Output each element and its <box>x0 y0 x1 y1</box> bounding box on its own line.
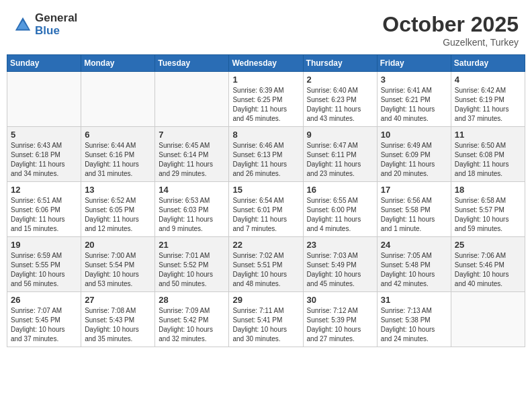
day-number: 20 <box>85 240 151 250</box>
weekday-header-row: SundayMondayTuesdayWednesdayThursdayFrid… <box>7 55 525 72</box>
weekday-header: Friday <box>377 55 451 72</box>
logo-blue-text: Blue <box>35 25 77 38</box>
day-number: 12 <box>11 185 77 195</box>
day-number: 31 <box>381 295 447 305</box>
day-number: 30 <box>307 295 373 305</box>
calendar-day: 16Sunrise: 6:55 AM Sunset: 6:00 PM Dayli… <box>303 182 377 237</box>
day-number: 29 <box>232 295 299 305</box>
calendar-day: 22Sunrise: 7:02 AM Sunset: 5:51 PM Dayli… <box>229 237 303 292</box>
day-info: Sunrise: 7:11 AM Sunset: 5:41 PM Dayligh… <box>232 306 299 344</box>
calendar-day: 30Sunrise: 7:12 AM Sunset: 5:39 PM Dayli… <box>303 292 377 347</box>
day-info: Sunrise: 7:12 AM Sunset: 5:39 PM Dayligh… <box>307 306 373 344</box>
location: Guzelkent, Turkey <box>382 37 519 48</box>
logo-icon <box>13 15 32 34</box>
logo: General Blue <box>13 12 77 37</box>
calendar-day: 31Sunrise: 7:13 AM Sunset: 5:38 PM Dayli… <box>377 292 451 347</box>
calendar-week-row: 12Sunrise: 6:51 AM Sunset: 6:06 PM Dayli… <box>7 182 525 237</box>
calendar-day: 4Sunrise: 6:42 AM Sunset: 6:19 PM Daylig… <box>451 72 525 127</box>
weekday-header: Monday <box>81 55 155 72</box>
day-info: Sunrise: 6:40 AM Sunset: 6:23 PM Dayligh… <box>307 86 373 124</box>
day-number: 18 <box>455 185 521 195</box>
calendar-week-row: 19Sunrise: 6:59 AM Sunset: 5:55 PM Dayli… <box>7 237 525 292</box>
day-info: Sunrise: 7:00 AM Sunset: 5:54 PM Dayligh… <box>85 251 151 289</box>
calendar-day: 27Sunrise: 7:08 AM Sunset: 5:43 PM Dayli… <box>81 292 155 347</box>
day-number: 25 <box>455 240 521 250</box>
day-info: Sunrise: 6:54 AM Sunset: 6:01 PM Dayligh… <box>232 196 299 234</box>
calendar-day: 24Sunrise: 7:05 AM Sunset: 5:48 PM Dayli… <box>377 237 451 292</box>
day-info: Sunrise: 6:52 AM Sunset: 6:05 PM Dayligh… <box>85 196 151 234</box>
day-number: 22 <box>232 240 299 250</box>
day-info: Sunrise: 6:39 AM Sunset: 6:25 PM Dayligh… <box>232 86 299 124</box>
weekday-header: Saturday <box>451 55 525 72</box>
calendar-day: 18Sunrise: 6:58 AM Sunset: 5:57 PM Dayli… <box>451 182 525 237</box>
day-number: 5 <box>11 130 77 140</box>
day-number: 16 <box>307 185 373 195</box>
calendar-day: 6Sunrise: 6:44 AM Sunset: 6:16 PM Daylig… <box>81 127 155 182</box>
calendar-day: 8Sunrise: 6:46 AM Sunset: 6:13 PM Daylig… <box>229 127 303 182</box>
day-info: Sunrise: 6:50 AM Sunset: 6:08 PM Dayligh… <box>455 141 521 179</box>
day-number: 23 <box>307 240 373 250</box>
day-number: 21 <box>159 240 225 250</box>
day-number: 6 <box>85 130 151 140</box>
day-info: Sunrise: 7:05 AM Sunset: 5:48 PM Dayligh… <box>381 251 447 289</box>
day-info: Sunrise: 6:59 AM Sunset: 5:55 PM Dayligh… <box>11 251 77 289</box>
logo-general-text: General <box>35 12 77 25</box>
day-info: Sunrise: 6:41 AM Sunset: 6:21 PM Dayligh… <box>381 86 447 124</box>
day-number: 7 <box>159 130 225 140</box>
day-info: Sunrise: 7:02 AM Sunset: 5:51 PM Dayligh… <box>232 251 299 289</box>
weekday-header: Tuesday <box>155 55 229 72</box>
calendar-day: 25Sunrise: 7:06 AM Sunset: 5:46 PM Dayli… <box>451 237 525 292</box>
day-number: 14 <box>159 185 225 195</box>
calendar-day <box>81 72 155 127</box>
day-number: 3 <box>381 75 447 85</box>
day-number: 13 <box>85 185 151 195</box>
calendar-day <box>155 72 229 127</box>
day-info: Sunrise: 7:09 AM Sunset: 5:42 PM Dayligh… <box>159 306 225 344</box>
calendar-day: 20Sunrise: 7:00 AM Sunset: 5:54 PM Dayli… <box>81 237 155 292</box>
calendar-day: 29Sunrise: 7:11 AM Sunset: 5:41 PM Dayli… <box>229 292 303 347</box>
calendar-day <box>7 72 81 127</box>
day-number: 17 <box>381 185 447 195</box>
calendar-day: 1Sunrise: 6:39 AM Sunset: 6:25 PM Daylig… <box>229 72 303 127</box>
day-info: Sunrise: 6:49 AM Sunset: 6:09 PM Dayligh… <box>381 141 447 179</box>
day-info: Sunrise: 6:46 AM Sunset: 6:13 PM Dayligh… <box>232 141 299 179</box>
calendar-day: 13Sunrise: 6:52 AM Sunset: 6:05 PM Dayli… <box>81 182 155 237</box>
day-info: Sunrise: 6:55 AM Sunset: 6:00 PM Dayligh… <box>307 196 373 234</box>
day-info: Sunrise: 6:58 AM Sunset: 5:57 PM Dayligh… <box>455 196 521 234</box>
day-number: 15 <box>232 185 299 195</box>
calendar-day: 12Sunrise: 6:51 AM Sunset: 6:06 PM Dayli… <box>7 182 81 237</box>
calendar-week-row: 5Sunrise: 6:43 AM Sunset: 6:18 PM Daylig… <box>7 127 525 182</box>
month-title: October 2025 <box>382 12 519 37</box>
calendar-day: 14Sunrise: 6:53 AM Sunset: 6:03 PM Dayli… <box>155 182 229 237</box>
day-number: 2 <box>307 75 373 85</box>
calendar-day: 5Sunrise: 6:43 AM Sunset: 6:18 PM Daylig… <box>7 127 81 182</box>
day-info: Sunrise: 6:44 AM Sunset: 6:16 PM Dayligh… <box>85 141 151 179</box>
calendar-day: 17Sunrise: 6:56 AM Sunset: 5:58 PM Dayli… <box>377 182 451 237</box>
day-number: 9 <box>307 130 373 140</box>
day-info: Sunrise: 7:08 AM Sunset: 5:43 PM Dayligh… <box>85 306 151 344</box>
day-info: Sunrise: 6:47 AM Sunset: 6:11 PM Dayligh… <box>307 141 373 179</box>
calendar-day: 10Sunrise: 6:49 AM Sunset: 6:09 PM Dayli… <box>377 127 451 182</box>
day-info: Sunrise: 7:01 AM Sunset: 5:52 PM Dayligh… <box>159 251 225 289</box>
day-info: Sunrise: 6:45 AM Sunset: 6:14 PM Dayligh… <box>159 141 225 179</box>
day-info: Sunrise: 6:43 AM Sunset: 6:18 PM Dayligh… <box>11 141 77 179</box>
weekday-header: Thursday <box>303 55 377 72</box>
calendar-day: 9Sunrise: 6:47 AM Sunset: 6:11 PM Daylig… <box>303 127 377 182</box>
calendar-day: 2Sunrise: 6:40 AM Sunset: 6:23 PM Daylig… <box>303 72 377 127</box>
day-info: Sunrise: 7:13 AM Sunset: 5:38 PM Dayligh… <box>381 306 447 344</box>
day-number: 11 <box>455 130 521 140</box>
weekday-header: Wednesday <box>229 55 303 72</box>
day-info: Sunrise: 7:07 AM Sunset: 5:45 PM Dayligh… <box>11 306 77 344</box>
calendar-day: 3Sunrise: 6:41 AM Sunset: 6:21 PM Daylig… <box>377 72 451 127</box>
day-number: 24 <box>381 240 447 250</box>
calendar-day: 11Sunrise: 6:50 AM Sunset: 6:08 PM Dayli… <box>451 127 525 182</box>
day-number: 8 <box>232 130 299 140</box>
calendar-day: 19Sunrise: 6:59 AM Sunset: 5:55 PM Dayli… <box>7 237 81 292</box>
calendar-table: SundayMondayTuesdayWednesdayThursdayFrid… <box>7 54 525 347</box>
day-info: Sunrise: 6:51 AM Sunset: 6:06 PM Dayligh… <box>11 196 77 234</box>
page-header: General Blue October 2025 Guzelkent, Tur… <box>7 7 525 50</box>
day-info: Sunrise: 6:42 AM Sunset: 6:19 PM Dayligh… <box>455 86 521 124</box>
day-info: Sunrise: 6:53 AM Sunset: 6:03 PM Dayligh… <box>159 196 225 234</box>
day-info: Sunrise: 7:03 AM Sunset: 5:49 PM Dayligh… <box>307 251 373 289</box>
calendar-week-row: 1Sunrise: 6:39 AM Sunset: 6:25 PM Daylig… <box>7 72 525 127</box>
